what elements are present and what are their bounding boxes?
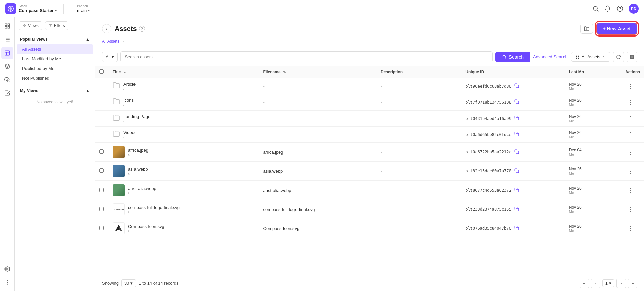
- rail-layers-button[interactable]: [1, 60, 13, 72]
- asset-title[interactable]: Article: [123, 82, 136, 87]
- row-checkbox-cell: [95, 162, 109, 181]
- copy-uid-icon[interactable]: [514, 207, 519, 212]
- filename-cell: Compass-Icon.svg: [259, 219, 377, 238]
- row-actions-button[interactable]: ⋮: [625, 224, 635, 233]
- asset-title[interactable]: asia.webp: [128, 167, 148, 172]
- row-actions-button[interactable]: ⋮: [625, 148, 635, 156]
- search-bar: All ▾ Search Advanced Search All Assets: [95, 48, 644, 66]
- copy-uid-icon[interactable]: [514, 226, 519, 231]
- asset-path: /.: [123, 135, 135, 139]
- page-title: Assets ?: [115, 25, 145, 33]
- asset-title[interactable]: Video: [123, 130, 135, 135]
- asset-title[interactable]: Landing Page: [123, 114, 150, 119]
- sidebar-item-not-published[interactable]: Not Published: [17, 73, 93, 83]
- row-actions-button[interactable]: ⋮: [625, 167, 635, 175]
- asset-title[interactable]: Compass-Icon.svg: [128, 224, 164, 229]
- copy-uid-icon[interactable]: [514, 188, 519, 193]
- row-actions-button[interactable]: ⋮: [625, 130, 635, 139]
- notifications-button[interactable]: [604, 5, 611, 12]
- copy-uid-icon[interactable]: [514, 99, 519, 105]
- row-actions-button[interactable]: ⋮: [625, 205, 635, 214]
- prev-page-button[interactable]: ‹: [591, 279, 600, 288]
- copy-uid-icon[interactable]: [514, 132, 519, 137]
- views-button[interactable]: Views: [19, 21, 42, 30]
- actions-cell: ⋮: [621, 78, 644, 94]
- filename-cell: africa.jpeg: [259, 143, 377, 162]
- avatar[interactable]: RD: [629, 4, 639, 14]
- row-actions-button[interactable]: ⋮: [625, 114, 635, 123]
- sidebar-item-all-assets[interactable]: All Assets: [17, 44, 93, 54]
- add-folder-button[interactable]: [580, 24, 593, 34]
- refresh-button[interactable]: [613, 52, 624, 62]
- row-checkbox[interactable]: [99, 207, 104, 211]
- row-checkbox-cell: [95, 200, 109, 219]
- filters-button[interactable]: Filters: [45, 21, 69, 30]
- table-row: australia.webp /. australia.webp - blt86…: [95, 181, 644, 200]
- row-checkbox[interactable]: [99, 149, 104, 154]
- branch-name[interactable]: main ▾: [77, 8, 90, 13]
- lastmod-cell: Nov 26 Me: [565, 127, 621, 143]
- copy-uid-icon[interactable]: [514, 116, 519, 121]
- row-checkbox[interactable]: [99, 188, 104, 192]
- sidebar-item-last-modified[interactable]: Last Modified by Me: [17, 54, 93, 64]
- title-wrap: Article /.: [113, 82, 255, 91]
- rail-settings-button[interactable]: [1, 263, 13, 275]
- row-checkbox[interactable]: [99, 226, 104, 230]
- filename-column-header[interactable]: Filename ⇅: [259, 66, 377, 78]
- copy-uid-icon[interactable]: [514, 149, 519, 155]
- rail-content-button[interactable]: [1, 33, 13, 46]
- asset-title[interactable]: Icons: [123, 98, 134, 103]
- advanced-search-button[interactable]: Advanced Search: [533, 54, 568, 59]
- row-actions-button[interactable]: ⋮: [625, 82, 635, 91]
- actions-cell: ⋮: [621, 162, 644, 181]
- next-page-button[interactable]: ›: [616, 279, 626, 288]
- svg-rect-23: [25, 24, 26, 26]
- table-header-row: Title ▲ Filename ⇅ Description Unique ID: [95, 66, 644, 78]
- asset-thumbnail: [113, 165, 125, 177]
- sidebar-item-published-by-me[interactable]: Published by Me: [17, 64, 93, 73]
- copy-uid-icon[interactable]: [514, 168, 519, 174]
- asset-title[interactable]: compass-full-logo-final.svg: [128, 205, 180, 210]
- search-nav-button[interactable]: [592, 5, 599, 12]
- all-assets-dropdown[interactable]: All Assets: [571, 52, 610, 62]
- help-icon[interactable]: ?: [139, 26, 145, 32]
- lastmod-wrap: Nov 26 Me: [569, 130, 617, 139]
- rail-dashboard-button[interactable]: [1, 20, 13, 32]
- row-checkbox[interactable]: [99, 168, 104, 173]
- lastmod-wrap: Nov 26 Me: [569, 186, 617, 195]
- rail-assets-button[interactable]: [1, 47, 13, 59]
- collapse-sidebar-button[interactable]: ‹: [102, 24, 111, 33]
- asset-title[interactable]: africa.jpeg: [128, 148, 148, 153]
- svg-point-31: [503, 55, 505, 58]
- rail-tasks-button[interactable]: [1, 87, 13, 99]
- lastmod-wrap: Nov 26 Me: [569, 82, 617, 91]
- title-wrap: australia.webp /.: [113, 184, 255, 196]
- breadcrumb-all-assets[interactable]: All Assets: [102, 39, 119, 44]
- help-button[interactable]: [616, 5, 623, 12]
- row-actions-button[interactable]: ⋮: [625, 186, 635, 195]
- rail-publish-button[interactable]: [1, 74, 13, 86]
- search-button[interactable]: Search: [495, 52, 530, 62]
- uid-text: blt96eefd0c68ab7d86: [465, 84, 511, 89]
- stack-name[interactable]: Compass Starter ▾: [19, 8, 57, 13]
- top-navigation: Stack Compass Starter ▾ Branch main ▾ RD: [0, 0, 644, 17]
- asset-title[interactable]: australia.webp: [128, 186, 156, 191]
- rail-more-button[interactable]: [1, 276, 13, 288]
- search-type-dropdown[interactable]: All ▾: [102, 52, 118, 62]
- first-page-button[interactable]: «: [580, 279, 589, 288]
- title-column-header[interactable]: Title ▲: [109, 66, 259, 78]
- actions-cell: ⋮: [621, 127, 644, 143]
- search-input[interactable]: [120, 51, 492, 62]
- copy-uid-icon[interactable]: [514, 83, 519, 89]
- table-settings-button[interactable]: [627, 52, 637, 62]
- nav-left: Stack Compass Starter ▾ Branch main ▾: [5, 3, 90, 14]
- last-page-button[interactable]: »: [628, 279, 637, 288]
- per-page-dropdown[interactable]: 30 ▾: [121, 279, 136, 287]
- assets-table: Title ▲ Filename ⇅ Description Unique ID: [95, 66, 644, 238]
- stack-info: Stack Compass Starter ▾: [19, 4, 57, 13]
- page-number-dropdown[interactable]: 1 ▾: [602, 279, 614, 287]
- row-actions-button[interactable]: ⋮: [625, 98, 635, 107]
- select-all-checkbox[interactable]: [99, 69, 104, 74]
- actions-column-header: Actions: [621, 66, 644, 78]
- new-asset-button[interactable]: + New Asset: [596, 23, 637, 35]
